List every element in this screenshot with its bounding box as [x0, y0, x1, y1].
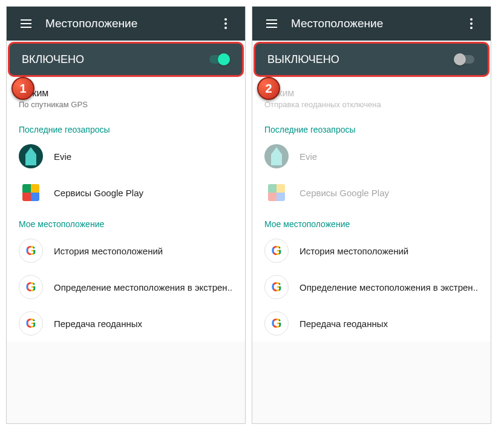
app-row-evie: Evie [252, 138, 491, 174]
evie-icon [264, 144, 289, 168]
mode-row[interactable]: Режим По спутникам GPS [7, 81, 245, 116]
location-switch[interactable] [454, 53, 476, 65]
appbar: Местоположение [7, 7, 245, 41]
google-icon: G [264, 311, 289, 336]
mode-subtitle: Отправка геоданных отключена [264, 100, 479, 109]
service-row-emergency[interactable]: G Определение местоположения в экстрен.. [7, 269, 245, 305]
content-area: Режим По спутникам GPS Последние геозапр… [7, 78, 245, 342]
mode-title: Режим [19, 88, 233, 99]
google-icon: G [19, 275, 43, 299]
google-icon: G [264, 275, 289, 299]
hamburger-icon [21, 19, 31, 28]
section-my-location: Мое местоположение [7, 211, 245, 233]
service-label: История местоположений [54, 246, 233, 256]
app-row-play-services[interactable]: Сервисы Google Play [7, 174, 245, 211]
mode-title: Режим [264, 88, 479, 99]
content-area: Режим Отправка геоданных отключена После… [252, 78, 491, 342]
callout-badge-2: 2 [257, 77, 280, 100]
play-services-icon [264, 180, 289, 205]
section-recent-requests: Последние геозапросы [252, 116, 491, 138]
service-row-history[interactable]: G История местоположений [7, 233, 245, 269]
google-icon: G [19, 311, 43, 336]
hamburger-icon [266, 19, 277, 28]
overflow-button[interactable] [459, 18, 483, 29]
callout-badge-1: 1 [11, 77, 34, 100]
toggle-label: ВКЛЮЧЕНО [22, 53, 208, 66]
screen-1: Местоположение ВКЛЮЧЕНО 1 Режим По спутн… [6, 6, 246, 424]
app-row-play-services: Сервисы Google Play [252, 174, 491, 211]
play-services-icon [19, 180, 43, 205]
location-switch[interactable] [208, 53, 230, 65]
service-label: Определение местоположения в экстрен.. [299, 282, 479, 293]
appbar: Местоположение [252, 7, 491, 41]
service-row-sharing[interactable]: G Передача геоданных [7, 305, 245, 342]
location-toggle-row[interactable]: ВЫКЛЮЧЕНО [254, 42, 489, 77]
app-label: Evie [54, 151, 233, 162]
service-label: Определение местоположения в экстрен.. [54, 282, 233, 293]
service-label: Передача геоданных [299, 319, 479, 329]
app-label: Сервисы Google Play [54, 188, 233, 198]
service-row-history[interactable]: G История местоположений [252, 233, 491, 269]
menu-button[interactable] [260, 12, 284, 36]
service-label: История местоположений [299, 246, 479, 256]
service-row-sharing[interactable]: G Передача геоданных [252, 305, 491, 342]
app-row-evie[interactable]: Evie [7, 138, 245, 174]
app-label: Evie [299, 151, 479, 162]
toggle-label: ВЫКЛЮЧЕНО [267, 53, 454, 66]
section-my-location: Мое местоположение [252, 211, 491, 233]
overflow-button[interactable] [214, 18, 238, 29]
mode-row: Режим Отправка геоданных отключена [252, 81, 491, 116]
menu-button[interactable] [14, 12, 38, 36]
mode-subtitle: По спутникам GPS [19, 100, 233, 109]
google-icon: G [264, 239, 289, 263]
appbar-title: Местоположение [45, 17, 214, 30]
appbar-title: Местоположение [291, 17, 459, 30]
service-label: Передача геоданных [54, 319, 233, 329]
section-recent-requests: Последние геозапросы [7, 116, 245, 138]
evie-icon [19, 144, 43, 168]
app-label: Сервисы Google Play [299, 188, 479, 198]
screen-2: Местоположение ВЫКЛЮЧЕНО 2 Режим Отправк… [252, 6, 491, 424]
location-toggle-row[interactable]: ВКЛЮЧЕНО [8, 42, 244, 77]
service-row-emergency[interactable]: G Определение местоположения в экстрен.. [252, 269, 491, 305]
google-icon: G [19, 239, 43, 263]
